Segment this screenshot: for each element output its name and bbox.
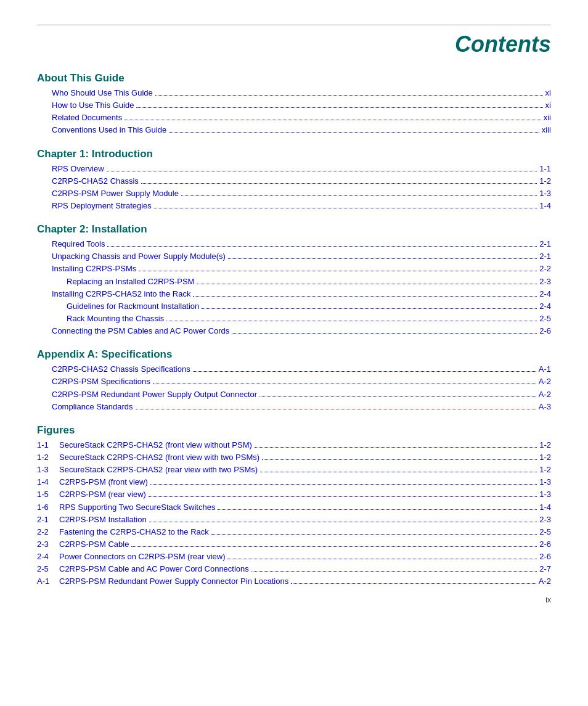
figure-entry[interactable]: 1-5C2RPS-PSM (rear view)1-3 [37, 488, 551, 501]
figure-entry[interactable]: A-1C2RPS-PSM Redundant Power Supply Conn… [37, 575, 551, 588]
toc-page: xi [545, 99, 551, 112]
figure-number: 1-6 [37, 501, 59, 514]
figure-label: C2RPS-PSM Installation [59, 514, 147, 526]
toc-page: xii [544, 112, 551, 124]
figure-number: A-1 [37, 575, 59, 588]
toc-label: C2RPS-CHAS2 Chassis Specifications [52, 363, 190, 376]
toc-page: 2-2 [539, 263, 551, 275]
toc-label: Unpacking Chassis and Power Supply Modul… [52, 250, 226, 263]
figure-label: C2RPS-PSM (rear view) [59, 488, 146, 501]
figure-entry[interactable]: 2-5C2RPS-PSM Cable and AC Power Cord Con… [37, 563, 551, 575]
toc-label: Who Should Use This Guide [52, 87, 153, 99]
figure-page: 2-5 [539, 526, 551, 538]
figure-number: 2-1 [37, 514, 59, 526]
toc-entry[interactable]: C2RPS-CHAS2 Chassis SpecificationsA-1 [37, 363, 551, 376]
toc-dots [107, 171, 537, 171]
toc-page: 1-4 [539, 200, 551, 212]
toc-entry[interactable]: C2RPS-PSM SpecificationsA-2 [37, 376, 551, 388]
figure-number: 1-1 [37, 439, 59, 451]
toc-page: A-2 [539, 388, 551, 401]
toc-dots [155, 95, 543, 96]
toc-entry[interactable]: RPS Deployment Strategies1-4 [37, 200, 551, 212]
figure-dots [251, 571, 537, 572]
figure-entry[interactable]: 1-4C2RPS-PSM (front view)1-3 [37, 476, 551, 488]
figure-entry[interactable]: 2-1C2RPS-PSM Installation2-3 [37, 514, 551, 526]
figure-number: 2-5 [37, 563, 59, 575]
section-heading-ch1: Chapter 1: Introduction [37, 148, 551, 160]
figure-entry[interactable]: 1-3SecureStack C2RPS-CHAS2 (rear view wi… [37, 464, 551, 476]
toc-entry[interactable]: C2RPS-PSM Power Supply Module1-3 [37, 187, 551, 200]
page-footer: ix [545, 596, 551, 604]
toc-label: How to Use This Guide [52, 99, 134, 112]
toc-entry[interactable]: Guidelines for Rackmount Installation2-4 [37, 300, 551, 313]
toc-label: RPS Overview [52, 163, 104, 175]
toc-dots [139, 271, 537, 271]
toc-entry[interactable]: Conventions Used in This Guidexiii [37, 124, 551, 136]
figure-dots [218, 509, 537, 510]
figure-label: SecureStack C2RPS-CHAS2 (front view with… [59, 451, 259, 464]
toc-dots [193, 371, 536, 372]
toc-entry[interactable]: Unpacking Chassis and Power Supply Modul… [37, 250, 551, 263]
figure-entry[interactable]: 2-4Power Connectors on C2RPS-PSM (rear v… [37, 551, 551, 563]
toc-label: RPS Deployment Strategies [52, 200, 152, 212]
toc-entry[interactable]: C2RPS-CHAS2 Chassis1-2 [37, 175, 551, 187]
figure-dots [260, 472, 537, 472]
toc-entry[interactable]: Related Documentsxii [37, 112, 551, 124]
toc-dots [125, 120, 541, 120]
figure-dots [149, 522, 537, 522]
toc-page: 2-6 [539, 325, 551, 337]
toc-label: Related Documents [52, 112, 122, 124]
figure-entry[interactable]: 2-2Fastening the C2RPS-CHAS2 to the Rack… [37, 526, 551, 538]
toc-label: C2RPS-PSM Power Supply Module [52, 187, 179, 200]
toc-page: 2-1 [539, 238, 551, 250]
figure-page: 1-2 [539, 464, 551, 476]
section-ch2: Chapter 2: InstallationRequired Tools2-1… [37, 223, 551, 337]
figure-entry[interactable]: 1-2SecureStack C2RPS-CHAS2 (front view w… [37, 451, 551, 464]
page-title: Contents [37, 31, 551, 57]
figure-page: 1-2 [539, 439, 551, 451]
toc-label: Installing C2RPS-CHAS2 into the Rack [52, 288, 190, 300]
toc-entry[interactable]: Compliance StandardsA-3 [37, 401, 551, 413]
toc-entry[interactable]: Required Tools2-1 [37, 238, 551, 250]
figure-number: 1-3 [37, 464, 59, 476]
toc-entry[interactable]: Installing C2RPS-PSMs2-2 [37, 263, 551, 275]
figure-page: 2-6 [539, 551, 551, 563]
figure-entry[interactable]: 2-3C2RPS-PSM Cable2-6 [37, 538, 551, 551]
figure-dots [131, 546, 537, 547]
figure-dots [291, 583, 536, 584]
toc-page: 1-3 [539, 187, 551, 200]
toc-dots [228, 258, 537, 259]
figure-page: 1-2 [539, 451, 551, 464]
toc-label: Replacing an Installed C2RPS-PSM [67, 276, 194, 288]
toc-entry[interactable]: Who Should Use This Guidexi [37, 87, 551, 99]
toc-page: A-1 [539, 363, 551, 376]
toc-dots [154, 208, 537, 208]
figure-label: C2RPS-PSM Redundant Power Supply Connect… [59, 575, 288, 588]
toc-page: A-2 [539, 376, 551, 388]
toc-entry[interactable]: Rack Mounting the Chassis2-5 [37, 313, 551, 325]
toc-entry[interactable]: Installing C2RPS-CHAS2 into the Rack2-4 [37, 288, 551, 300]
toc-entry[interactable]: Replacing an Installed C2RPS-PSM2-3 [37, 276, 551, 288]
toc-page: 2-1 [539, 250, 551, 263]
toc-dots [166, 321, 537, 321]
toc-dots [141, 183, 537, 184]
toc-label: Guidelines for Rackmount Installation [67, 300, 199, 313]
toc-page: xiii [542, 124, 551, 136]
figure-dots [211, 534, 537, 535]
toc-entry[interactable]: Connecting the PSM Cables and AC Power C… [37, 325, 551, 337]
toc-entry[interactable]: How to Use This Guidexi [37, 99, 551, 112]
section-heading-appA: Appendix A: Specifications [37, 348, 551, 361]
figure-label: SecureStack C2RPS-CHAS2 (rear view with … [59, 464, 258, 476]
figure-dots [150, 484, 537, 485]
toc-entry[interactable]: RPS Overview1-1 [37, 163, 551, 175]
figures-section: Figures1-1SecureStack C2RPS-CHAS2 (front… [37, 424, 551, 588]
section-heading-ch2: Chapter 2: Installation [37, 223, 551, 236]
figure-entry[interactable]: 1-6RPS Supporting Two SecureStack Switch… [37, 501, 551, 514]
toc-entry[interactable]: C2RPS-PSM Redundant Power Supply Output … [37, 388, 551, 401]
toc-label: Conventions Used in This Guide [52, 124, 166, 136]
toc-label: C2RPS-CHAS2 Chassis [52, 175, 139, 187]
figure-entry[interactable]: 1-1SecureStack C2RPS-CHAS2 (front view w… [37, 439, 551, 451]
toc-dots [153, 384, 536, 384]
toc-dots [193, 296, 537, 297]
page-container: Contents About This GuideWho Should Use … [0, 0, 588, 617]
